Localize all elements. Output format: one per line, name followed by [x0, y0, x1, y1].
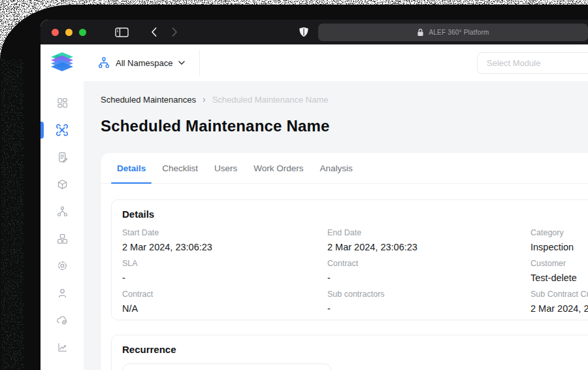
field-sub-contractors: Sub contractors -: [327, 290, 531, 314]
lock-icon: [417, 28, 424, 37]
field-sub-contract-created: Sub Contract Cr 2 Mar 2024, 23:: [531, 290, 588, 314]
main-content: Scheduled Maintenances › Scheduled Maint…: [84, 81, 588, 370]
browser-chrome: ALEF 360° Platform: [41, 20, 588, 44]
tab-details[interactable]: Details: [117, 153, 146, 183]
breadcrumb-current: Scheduled Maintenance Name: [212, 95, 329, 105]
details-fields: Start Date 2 Mar 2024, 23:06:23 End Date…: [122, 228, 588, 314]
browser-window: ALEF 360° Platform All Namespace: [41, 20, 588, 370]
details-card: Details Start Date 2 Mar 2024, 23:06:23 …: [111, 199, 588, 320]
field-contract-2: Contract N/A: [122, 290, 327, 314]
sidebar-item-inventory[interactable]: [41, 226, 84, 253]
shield-icon[interactable]: [299, 27, 309, 37]
sidebar-item-analytics[interactable]: [41, 334, 84, 362]
sidebar-active-indicator: [41, 122, 44, 139]
user-icon: [56, 287, 69, 299]
sidebar-toggle-icon[interactable]: [115, 27, 129, 37]
breadcrumb-parent[interactable]: Scheduled Maintenances: [101, 95, 196, 105]
sidebar-item-more[interactable]: [41, 361, 84, 370]
back-button[interactable]: [151, 27, 157, 37]
module-select-placeholder: Select Module: [487, 58, 540, 68]
chart-icon: [56, 341, 69, 354]
cube-icon: [56, 178, 69, 191]
sidebar-item-settings[interactable]: [41, 252, 84, 280]
field-end-date: End Date 2 Mar 2024, 23:06:23: [327, 228, 531, 253]
zoom-window-button[interactable]: [79, 29, 86, 36]
maintenance-icon: [56, 124, 69, 137]
app-logo[interactable]: [48, 52, 76, 74]
details-card-title: Details: [122, 209, 588, 220]
tab-work-orders[interactable]: Work Orders: [253, 153, 303, 183]
field-customer: Customer Test-delete: [531, 259, 588, 284]
main-card: Details Checklist Users Work Orders Anal…: [101, 153, 588, 370]
field-sla: SLA -: [122, 259, 327, 284]
app-navbar: All Namespace Select Module: [41, 44, 588, 81]
namespace-label: All Namespace: [116, 58, 172, 68]
namespace-selector[interactable]: All Namespace: [98, 57, 185, 69]
module-select[interactable]: Select Module: [477, 52, 588, 74]
page-title: Scheduled Maintenance Name: [101, 115, 588, 137]
tab-analysis[interactable]: Analysis: [320, 153, 353, 183]
sidebar-item-maintenance[interactable]: [41, 117, 84, 144]
sidebar-item-cloud-sync[interactable]: [41, 307, 84, 334]
sidebar-item-documents[interactable]: [41, 144, 84, 171]
minimize-window-button[interactable]: [65, 29, 73, 36]
namespace-hierarchy-icon: [98, 57, 110, 69]
tab-bar: Details Checklist Users Work Orders Anal…: [101, 153, 588, 184]
gear-icon: [56, 260, 69, 272]
boxes-icon: [56, 233, 69, 245]
address-text: ALEF 360° Platform: [429, 29, 489, 36]
breadcrumb: Scheduled Maintenances › Scheduled Maint…: [101, 94, 588, 105]
forward-button[interactable]: [172, 27, 178, 37]
dashboard-icon: [56, 97, 69, 109]
sidebar-item-users[interactable]: [41, 280, 84, 307]
cloud-sync-icon: [56, 314, 69, 326]
field-contract: Contract -: [327, 259, 531, 284]
close-window-button[interactable]: [52, 29, 59, 36]
breadcrumb-separator-icon: ›: [203, 94, 206, 105]
document-icon: [56, 151, 69, 163]
window-controls: [52, 29, 86, 36]
tab-checklist[interactable]: Checklist: [162, 153, 198, 183]
recurrence-input[interactable]: [122, 363, 331, 370]
field-start-date: Start Date 2 Mar 2024, 23:06:23: [122, 228, 327, 253]
sidebar-item-dashboard[interactable]: [41, 90, 84, 117]
field-category: Category Inspection: [531, 228, 588, 253]
recurrence-card-title: Recurrence: [122, 345, 588, 355]
sidebar-item-assets[interactable]: [41, 171, 84, 199]
tab-users[interactable]: Users: [214, 153, 237, 183]
sidebar-item-connections[interactable]: [41, 198, 84, 226]
chevron-down-icon: [178, 61, 185, 65]
address-bar[interactable]: ALEF 360° Platform: [318, 24, 588, 41]
sidebar: [41, 81, 84, 370]
navbar-divider: [199, 50, 200, 76]
share-nodes-icon: [56, 205, 69, 218]
recurrence-card: Recurrence: [111, 335, 588, 370]
